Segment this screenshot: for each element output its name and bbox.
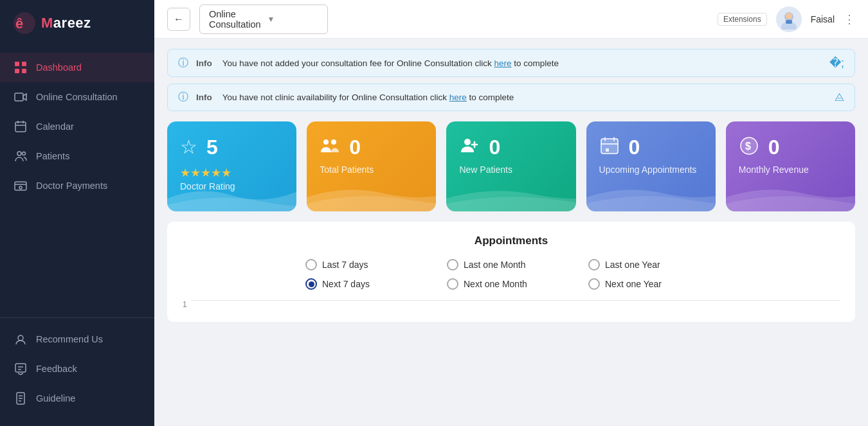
chart-y-label: 1 <box>183 300 187 309</box>
sidebar-item-dashboard[interactable]: Dashboard <box>0 53 154 82</box>
wave-green <box>446 179 575 211</box>
filter-next-7-days[interactable]: Next 7 days <box>305 278 434 290</box>
extensions-badge: Extensions <box>718 13 767 26</box>
sidebar-label-feedback: Feedback <box>36 364 77 374</box>
main-area: ← Online Consultation ▼ Extensions Faisa… <box>154 0 868 426</box>
back-button[interactable]: ← <box>167 8 190 31</box>
sidebar-label-guideline: Guideline <box>36 393 75 404</box>
svg-text:$: $ <box>745 141 751 152</box>
card-top-new: 0 <box>459 136 563 159</box>
radio-last-one-year[interactable] <box>588 259 600 271</box>
svg-rect-4 <box>15 69 19 73</box>
filter-last-one-month[interactable]: Last one Month <box>447 259 575 271</box>
sidebar-item-recommend-us[interactable]: Recommend Us <box>0 324 154 354</box>
svg-rect-13 <box>15 364 26 372</box>
sidebar-item-guideline[interactable]: Guideline <box>0 384 154 413</box>
info-banner-1: ⓘ Info You have not added your consultat… <box>167 49 855 77</box>
info-icon-2: ⓘ <box>178 91 188 104</box>
payments-icon <box>14 179 27 192</box>
total-patients-number: 0 <box>349 136 361 159</box>
radio-next-one-month[interactable] <box>447 278 458 290</box>
revenue-label: Monthly Revenue <box>739 164 842 175</box>
filter-label-next-7-days: Next 7 days <box>322 279 370 289</box>
sidebar-item-patients[interactable]: Patients <box>0 141 154 171</box>
app-name: Mareez <box>41 15 91 31</box>
revenue-number: 0 <box>768 136 780 159</box>
info-link-2[interactable]: here <box>449 93 467 102</box>
close-banner-1-icon[interactable]: �; <box>829 56 844 70</box>
appointments-title: Appointments <box>183 235 840 247</box>
sidebar-bottom: Recommend Us Feedback Guideline <box>0 317 154 426</box>
new-patients-label: New Patients <box>459 164 563 175</box>
radio-next-7-days[interactable] <box>305 278 317 290</box>
svg-rect-7 <box>15 122 26 132</box>
doctor-rating-number: 5 <box>206 136 218 159</box>
video-icon <box>14 91 27 103</box>
guideline-icon <box>14 392 27 405</box>
sidebar-item-feedback[interactable]: Feedback <box>0 354 154 384</box>
info-link-1[interactable]: here <box>494 58 512 68</box>
svg-rect-3 <box>22 62 26 66</box>
filter-label-last-7-days: Last 7 days <box>322 260 368 270</box>
stat-card-doctor-rating: ☆ 5 ★★★★★ Doctor Rating <box>167 121 296 211</box>
consultation-dropdown[interactable]: Online Consultation ▼ <box>199 4 328 34</box>
chevron-down-icon: ▼ <box>267 15 318 24</box>
sidebar-label-dashboard: Dashboard <box>36 62 82 73</box>
filter-next-one-month[interactable]: Next one Month <box>447 278 575 290</box>
header-right: Extensions Faisal ⋮ <box>718 6 855 32</box>
main-nav: Dashboard Online Consultation Calendar <box>0 46 154 317</box>
upcoming-number: 0 <box>629 136 640 159</box>
wave-purple <box>726 179 855 211</box>
sidebar: ê Mareez Dashboard Online Consultation <box>0 0 154 426</box>
more-options-icon[interactable]: ⋮ <box>844 12 855 26</box>
svg-point-21 <box>464 139 471 145</box>
filter-radio-group: Last 7 days Last one Month Last one Year… <box>305 259 717 290</box>
new-patients-number: 0 <box>489 136 500 159</box>
filter-last-one-year[interactable]: Last one Year <box>588 259 717 271</box>
feedback-icon <box>14 362 27 375</box>
star-rating-icons: ★★★★★ <box>180 166 284 180</box>
svg-rect-18 <box>786 20 792 24</box>
svg-point-8 <box>17 152 21 155</box>
svg-point-19 <box>323 139 329 145</box>
card-top-total: 0 <box>320 136 423 159</box>
card-top-upcoming: 0 <box>599 136 703 159</box>
svg-point-12 <box>18 335 23 341</box>
radio-last-7-days[interactable] <box>305 259 317 271</box>
svg-point-9 <box>23 152 26 155</box>
svg-point-17 <box>786 13 792 19</box>
sidebar-label-recommend-us: Recommend Us <box>36 334 103 344</box>
appointments-section: Appointments Last 7 days Last one Month … <box>167 222 855 322</box>
svg-rect-6 <box>15 93 23 101</box>
radio-last-one-month[interactable] <box>447 259 458 271</box>
content-area: ⓘ Info You have not added your consultat… <box>154 39 868 426</box>
stat-card-total-patients: 0 Total Patients <box>307 121 436 211</box>
grid-icon <box>14 61 27 74</box>
info-banner-2: ⓘ Info You have not clinic availability … <box>167 84 855 111</box>
star-outline-icon: ☆ <box>180 136 197 158</box>
user-name: Faisal <box>811 14 835 24</box>
radio-next-one-year[interactable] <box>588 278 600 290</box>
sidebar-item-doctor-payments[interactable]: Doctor Payments <box>0 171 154 200</box>
filter-label-next-one-month: Next one Month <box>464 279 527 289</box>
recommend-icon <box>14 333 27 346</box>
card-top-revenue: $ 0 <box>739 136 842 159</box>
stat-card-new-patients: 0 New Patients <box>446 121 575 211</box>
info-label-1: Info <box>196 58 212 68</box>
filter-last-7-days[interactable]: Last 7 days <box>305 259 434 271</box>
filter-next-one-year[interactable]: Next one Year <box>588 278 717 290</box>
svg-rect-5 <box>22 69 26 73</box>
close-banner-2-icon[interactable]: ⨺ <box>835 91 844 104</box>
wave-blue <box>167 179 296 211</box>
chart-area <box>191 300 840 303</box>
sidebar-item-online-consultation[interactable]: Online Consultation <box>0 82 154 112</box>
svg-text:ê: ê <box>15 15 23 31</box>
wave-purple-blue <box>586 179 716 211</box>
logo: ê Mareez <box>0 0 154 46</box>
wave-orange <box>307 179 436 211</box>
upcoming-label: Upcoming Appointments <box>599 164 703 175</box>
calendar-icon <box>14 120 27 133</box>
revenue-icon: $ <box>739 136 759 156</box>
sidebar-item-calendar[interactable]: Calendar <box>0 112 154 141</box>
header: ← Online Consultation ▼ Extensions Faisa… <box>154 0 868 39</box>
